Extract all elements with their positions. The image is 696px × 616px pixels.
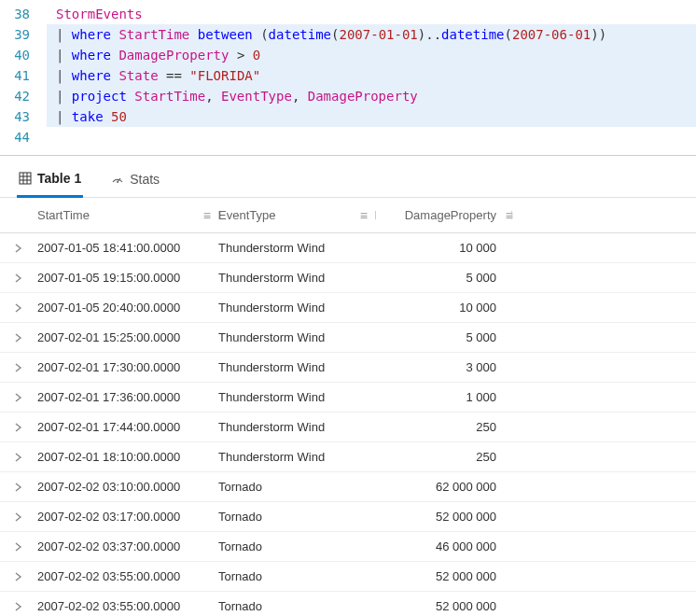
cell-damageproperty: 10 000 (375, 241, 511, 255)
table-row[interactable]: 2007-02-01 17:36:00.0000Thunderstorm Win… (0, 383, 696, 413)
token: DamageProperty (118, 48, 236, 63)
cell-eventtype: Thunderstorm Wind (218, 241, 375, 255)
cell-damageproperty: 5 000 (375, 330, 511, 344)
expand-row-icon[interactable] (6, 303, 32, 313)
expand-row-icon[interactable] (6, 244, 32, 253)
token: 50 (111, 109, 127, 124)
expand-row-icon[interactable] (6, 572, 32, 581)
code-line[interactable]: 39| where StartTime between (datetime(20… (0, 24, 696, 45)
token: | (56, 89, 72, 104)
cell-starttime: 2007-02-02 03:17:00.0000 (32, 510, 218, 524)
expand-row-icon[interactable] (6, 602, 32, 611)
cell-eventtype: Tornado (218, 539, 375, 553)
table-row[interactable]: 2007-02-02 03:37:00.0000Tornado46 000 00… (0, 532, 696, 562)
line-number: 44 (0, 127, 47, 147)
hamburger-icon[interactable]: ≡ (360, 208, 368, 223)
tab-table[interactable]: Table 1 (17, 165, 83, 198)
query-editor[interactable]: 38StormEvents39| where StartTime between… (0, 0, 696, 156)
cell-damageproperty: 3 000 (375, 360, 511, 374)
tab-stats-label: Stats (130, 172, 160, 187)
line-number: 42 (0, 86, 47, 106)
expand-row-icon[interactable] (6, 333, 32, 343)
token: 0 (253, 48, 260, 63)
table-row[interactable]: 2007-01-05 19:15:00.0000Thunderstorm Win… (0, 263, 696, 293)
table-row[interactable]: 2007-02-01 18:10:00.0000Thunderstorm Win… (0, 442, 696, 472)
table-icon (19, 172, 32, 185)
cell-starttime: 2007-02-02 03:55:00.0000 (32, 599, 218, 613)
code-content[interactable]: | where State == "FLORIDA" (47, 65, 696, 86)
cell-eventtype: Thunderstorm Wind (218, 271, 375, 285)
code-content[interactable]: StormEvents (47, 4, 696, 24)
token: .. (425, 27, 441, 42)
expand-row-icon[interactable] (6, 483, 32, 492)
cell-eventtype: Tornado (218, 510, 375, 524)
table-row[interactable]: 2007-01-05 20:40:00.0000Thunderstorm Win… (0, 293, 696, 323)
token: project (72, 89, 134, 104)
column-header-eventtype[interactable]: EventType ≡ (218, 208, 375, 222)
code-line[interactable]: 41| where State == "FLORIDA" (0, 65, 696, 86)
token: DamageProperty (308, 89, 418, 104)
line-number: 43 (0, 106, 47, 127)
results-tabs: Table 1 Stats (0, 156, 696, 198)
column-header-label: DamageProperty (405, 208, 496, 222)
code-line[interactable]: 40| where DamageProperty > 0 (0, 45, 696, 65)
cell-starttime: 2007-02-01 15:25:00.0000 (32, 330, 218, 344)
line-number: 39 (0, 24, 47, 45)
table-row[interactable]: 2007-02-02 03:55:00.0000Tornado52 000 00… (0, 592, 696, 616)
token: where (72, 48, 119, 63)
cell-eventtype: Thunderstorm Wind (218, 390, 375, 404)
code-line[interactable]: 44 (0, 127, 696, 147)
line-number: 41 (0, 65, 47, 86)
expand-row-icon[interactable] (6, 393, 32, 402)
svg-rect-0 (20, 173, 31, 184)
expand-row-icon[interactable] (6, 453, 32, 462)
token: take (72, 109, 111, 124)
expand-row-icon[interactable] (6, 423, 32, 432)
grid-header: StartTime ≡ EventType ≡ DamageProperty ≡ (0, 198, 696, 233)
column-divider[interactable] (511, 211, 512, 219)
cell-starttime: 2007-02-01 17:36:00.0000 (32, 390, 218, 404)
svg-point-6 (117, 181, 118, 183)
column-header-label: StartTime (37, 208, 90, 222)
cell-eventtype: Thunderstorm Wind (218, 360, 375, 374)
token: where (72, 27, 119, 42)
table-row[interactable]: 2007-02-01 17:30:00.0000Thunderstorm Win… (0, 353, 696, 383)
table-row[interactable]: 2007-02-02 03:17:00.0000Tornado52 000 00… (0, 502, 696, 532)
code-content[interactable]: | project StartTime, EventType, DamagePr… (47, 86, 696, 106)
tab-stats[interactable]: Stats (109, 166, 161, 196)
code-line[interactable]: 43| take 50 (0, 106, 696, 127)
table-row[interactable]: 2007-02-01 17:44:00.0000Thunderstorm Win… (0, 413, 696, 442)
code-line[interactable]: 42| project StartTime, EventType, Damage… (0, 86, 696, 106)
cell-starttime: 2007-01-05 19:15:00.0000 (32, 271, 218, 285)
expand-row-icon[interactable] (6, 363, 32, 372)
table-row[interactable]: 2007-02-01 15:25:00.0000Thunderstorm Win… (0, 323, 696, 353)
code-content[interactable]: | take 50 (47, 106, 696, 127)
table-row[interactable]: 2007-01-05 18:41:00.0000Thunderstorm Win… (0, 233, 696, 263)
token: | (56, 68, 72, 83)
column-header-damageproperty[interactable]: DamageProperty ≡ (375, 208, 511, 222)
cell-damageproperty: 1 000 (375, 390, 511, 404)
hamburger-icon[interactable]: ≡ (203, 208, 211, 223)
code-content[interactable]: | where DamageProperty > 0 (47, 45, 696, 65)
token: ) (418, 27, 425, 42)
token: State (118, 68, 166, 83)
cell-eventtype: Thunderstorm Wind (218, 420, 375, 434)
cell-starttime: 2007-02-01 17:30:00.0000 (32, 360, 218, 374)
expand-row-icon[interactable] (6, 542, 32, 552)
cell-eventtype: Thunderstorm Wind (218, 301, 375, 315)
expand-row-icon[interactable] (6, 273, 32, 283)
token: )) (591, 27, 606, 42)
expand-row-icon[interactable] (6, 512, 32, 522)
cell-damageproperty: 62 000 000 (375, 480, 511, 494)
code-line[interactable]: 38StormEvents (0, 4, 696, 24)
cell-damageproperty: 52 000 000 (375, 569, 511, 583)
token: between (198, 27, 260, 42)
table-row[interactable]: 2007-02-02 03:10:00.0000Tornado62 000 00… (0, 472, 696, 502)
token: where (72, 68, 119, 83)
token: 2007-06-01 (512, 27, 591, 42)
table-row[interactable]: 2007-02-02 03:55:00.0000Tornado52 000 00… (0, 562, 696, 592)
token: datetime (441, 27, 504, 42)
cell-starttime: 2007-01-05 18:41:00.0000 (32, 241, 218, 255)
code-content[interactable]: | where StartTime between (datetime(2007… (47, 24, 696, 45)
column-header-starttime[interactable]: StartTime ≡ (32, 208, 218, 222)
